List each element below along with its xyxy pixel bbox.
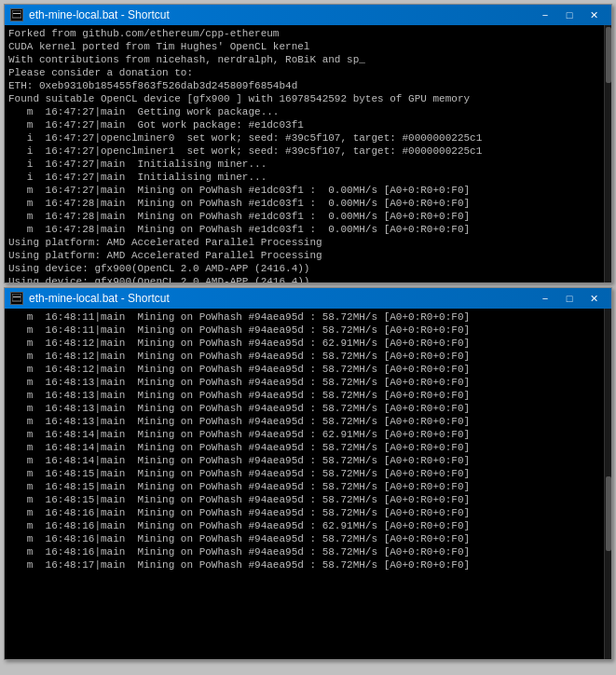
- console-line: m 16:48:11|main Mining on PoWhash #94aea…: [8, 310, 608, 324]
- window-title-1: eth-mine-local.bat - Shortcut: [29, 8, 529, 21]
- console-line: i 16:47:27|openclminer1 set work; seed: …: [8, 145, 608, 158]
- console-line: Using device: gfx900(OpenCL 2.0 AMD-APP …: [8, 262, 608, 275]
- console-line: m 16:48:15|main Mining on PoWhash #94aea…: [8, 467, 608, 480]
- console-line: Please consider a donation to:: [8, 66, 608, 79]
- minimize-button-2[interactable]: −: [533, 288, 557, 309]
- console-line: m 16:48:12|main Mining on PoWhash #94aea…: [8, 337, 608, 350]
- window-icon-1: [10, 8, 23, 21]
- console-line: m 16:48:14|main Mining on PoWhash #94aea…: [8, 454, 608, 467]
- console-line: Forked from github.com/ethereum/cpp-ethe…: [8, 27, 608, 40]
- console-line: m 16:48:16|main Mining on PoWhash #94aea…: [8, 519, 608, 532]
- console-line: ETH: 0xeb9310b185455f863f526dab3d245809f…: [8, 79, 608, 92]
- scrollbar-2[interactable]: [604, 309, 611, 659]
- console-line: m 16:48:16|main Mining on PoWhash #94aea…: [8, 506, 608, 519]
- title-bar-2[interactable]: eth-mine-local.bat - Shortcut − □ ✕: [5, 288, 611, 309]
- console-line: m 16:48:16|main Mining on PoWhash #94aea…: [8, 532, 608, 545]
- window-1: eth-mine-local.bat - Shortcut − □ ✕ Fork…: [4, 4, 612, 283]
- console-line: Using platform: AMD Accelerated Parallel…: [8, 236, 608, 249]
- console-line: m 16:48:11|main Mining on PoWhash #94aea…: [8, 324, 608, 337]
- console-line: m 16:48:13|main Mining on PoWhash #94aea…: [8, 389, 608, 402]
- console-line: m 16:48:16|main Mining on PoWhash #94aea…: [8, 545, 608, 558]
- console-line: i 16:47:27|main Initialising miner...: [8, 171, 608, 184]
- console-line: Using platform: AMD Accelerated Parallel…: [8, 249, 608, 262]
- console-line: m 16:48:14|main Mining on PoWhash #94aea…: [8, 428, 608, 441]
- console-line: With contributions from nicehash, nerdra…: [8, 53, 608, 66]
- console-line: m 16:48:14|main Mining on PoWhash #94aea…: [8, 441, 608, 454]
- scrollbar-thumb-2[interactable]: [606, 476, 611, 551]
- console-line: Using device: gfx900(OpenCL 2.0 AMD-APP …: [8, 275, 608, 282]
- console-line: m 16:48:15|main Mining on PoWhash #94aea…: [8, 493, 608, 506]
- console-line: m 16:48:15|main Mining on PoWhash #94aea…: [8, 480, 608, 493]
- console-line: CUDA kernel ported from Tim Hughes' Open…: [8, 40, 608, 53]
- svg-rect-1: [13, 13, 21, 14]
- console-output-1: Forked from github.com/ethereum/cpp-ethe…: [5, 25, 611, 282]
- close-button-1[interactable]: ✕: [582, 5, 606, 25]
- console-line: Found suitable OpenCL device [gfx900 ] w…: [8, 92, 608, 105]
- console-line: m 16:47:27|main Got work package: #e1dc0…: [8, 118, 608, 131]
- console-line: m 16:48:12|main Mining on PoWhash #94aea…: [8, 350, 608, 363]
- title-bar-1[interactable]: eth-mine-local.bat - Shortcut − □ ✕: [5, 5, 611, 25]
- scrollbar-thumb-1[interactable]: [606, 27, 611, 83]
- minimize-button-1[interactable]: −: [533, 5, 557, 25]
- console-line: i 16:47:27|openclminer0 set work; seed: …: [8, 131, 608, 145]
- close-button-2[interactable]: ✕: [582, 288, 606, 309]
- title-bar-controls-1: − □ ✕: [533, 5, 606, 25]
- console-line: m 16:47:28|main Mining on PoWhash #e1dc0…: [8, 210, 608, 223]
- scrollbar-1[interactable]: [604, 25, 611, 282]
- console-line: m 16:47:27|main Mining on PoWhash #e1dc0…: [8, 184, 608, 197]
- console-line: m 16:47:27|main Getting work package...: [8, 105, 608, 118]
- console-line: m 16:47:28|main Mining on PoWhash #e1dc0…: [8, 197, 608, 210]
- window-2: eth-mine-local.bat - Shortcut − □ ✕ m 16…: [4, 287, 612, 660]
- console-line: m 16:48:13|main Mining on PoWhash #94aea…: [8, 415, 608, 428]
- console-line: i 16:47:27|main Initialising miner...: [8, 158, 608, 171]
- svg-rect-3: [13, 296, 21, 297]
- title-bar-controls-2: − □ ✕: [533, 288, 606, 309]
- maximize-button-2[interactable]: □: [557, 288, 582, 309]
- console-line: m 16:48:13|main Mining on PoWhash #94aea…: [8, 402, 608, 415]
- window-title-2: eth-mine-local.bat - Shortcut: [29, 292, 529, 305]
- console-output-2: m 16:48:11|main Mining on PoWhash #94aea…: [5, 309, 611, 659]
- console-line: m 16:47:28|main Mining on PoWhash #e1dc0…: [8, 223, 608, 236]
- console-line: m 16:48:17|main Mining on PoWhash #94aea…: [8, 558, 608, 572]
- console-line: m 16:48:13|main Mining on PoWhash #94aea…: [8, 376, 608, 389]
- window-icon-2: [10, 292, 23, 305]
- console-line: m 16:48:12|main Mining on PoWhash #94aea…: [8, 363, 608, 376]
- maximize-button-1[interactable]: □: [557, 5, 582, 25]
